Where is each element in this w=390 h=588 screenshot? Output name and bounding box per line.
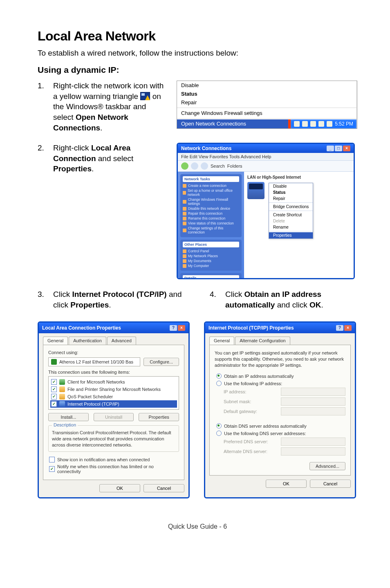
checkbox-icon[interactable]: ✔	[51, 386, 57, 392]
nc-title: Network Connections	[181, 146, 231, 151]
task-repair[interactable]: Repair this connection	[183, 211, 239, 215]
task-view-status[interactable]: View status of this connection	[183, 221, 239, 225]
radio-obtain-dns[interactable]: Obtain DNS server address automatically	[216, 423, 345, 429]
pref-dns-row: Preferred DNS server:	[224, 438, 345, 446]
intro-text: To establish a wired network, follow the…	[38, 49, 357, 58]
cancel-button[interactable]: Cancel	[143, 484, 184, 492]
nc-menubar[interactable]: File Edit View Favorites Tools Advanced …	[178, 153, 354, 160]
chk-notify[interactable]: ✔ Notify me when this connection has lim…	[48, 463, 179, 475]
protocol-icon	[59, 401, 65, 407]
place-my-computer[interactable]: My Computer	[183, 264, 239, 268]
task-firewall[interactable]: Change Windows Firewall settings	[183, 197, 239, 206]
tab-general[interactable]: General	[209, 337, 234, 345]
close-button[interactable]: ×	[343, 146, 350, 151]
radio-icon[interactable]	[216, 431, 222, 436]
cm-rename[interactable]: Rename	[269, 224, 313, 230]
tray-icon-2[interactable]	[302, 121, 308, 127]
tray-icon-1[interactable]	[294, 121, 300, 127]
ok-button[interactable]: OK	[99, 484, 140, 492]
help-button[interactable]: ?	[336, 325, 343, 331]
help-button[interactable]: ?	[170, 325, 177, 331]
service-icon	[59, 394, 65, 399]
adapter-field: Atheros L2 Fast Ethernet 10/100 Bas	[48, 357, 140, 366]
tab-alternate[interactable]: Alternate Configuration	[235, 337, 290, 345]
checkbox-icon[interactable]: ✔	[51, 394, 57, 399]
step3-num: 3.	[38, 289, 45, 310]
cm-disable[interactable]: Disable	[269, 183, 313, 189]
maximize-button[interactable]: □	[335, 146, 342, 151]
item-client-ms[interactable]: ✔ Client for Microsoft Networks	[50, 378, 177, 386]
side-other-places: Other Places	[183, 242, 239, 247]
tab-general[interactable]: General	[43, 337, 68, 345]
menu-open-network-connections[interactable]: Open Network Connections	[177, 119, 288, 128]
radio-obtain-ip[interactable]: Obtain an IP address automatically	[216, 373, 345, 379]
cm-status[interactable]: Status	[269, 189, 313, 195]
advanced-button[interactable]: Advanced...	[309, 462, 345, 470]
lacp-title: Local Area Connection Properties	[42, 325, 121, 331]
step4-num: 4.	[210, 289, 217, 310]
task-rename[interactable]: Rename this connection	[183, 216, 239, 220]
description-text: Transmission Control Protocol/Internet P…	[52, 430, 175, 448]
cm-shortcut[interactable]: Create Shortcut	[269, 212, 313, 218]
place-control-panel[interactable]: Control Panel	[183, 249, 239, 253]
network-connections-window: Network Connections _ □ × File Edit View…	[177, 143, 355, 279]
configure-button[interactable]: Configure...	[143, 358, 179, 366]
ok-button[interactable]: OK	[266, 480, 307, 488]
task-change-settings[interactable]: Change settings of this connection	[183, 226, 239, 234]
menu-firewall[interactable]: Change Windows Firewall settings	[177, 109, 356, 117]
tab-advanced[interactable]: Advanced	[107, 337, 136, 345]
local-area-connection-icon[interactable]	[247, 182, 264, 199]
close-button[interactable]: ×	[344, 325, 352, 331]
minimize-button[interactable]: _	[327, 146, 334, 151]
tray-icon-3[interactable]	[310, 121, 316, 127]
close-button[interactable]: ×	[178, 325, 185, 331]
toolbar-search[interactable]: Search	[211, 164, 225, 168]
subhead: Using a dynamic IP:	[38, 65, 357, 75]
tab-authentication[interactable]: Authentication	[69, 337, 106, 345]
radio-icon[interactable]	[216, 381, 222, 386]
gateway-field	[281, 407, 345, 415]
tray-icon-5[interactable]	[327, 121, 332, 127]
page-footer: Quick Use Guide - 6	[38, 523, 357, 530]
forward-button[interactable]	[191, 162, 198, 170]
cm-bridge[interactable]: Bridge Connections	[269, 204, 313, 210]
radio-icon[interactable]	[216, 423, 222, 429]
subnet-field	[281, 397, 345, 406]
task-create-conn[interactable]: Create a new connection	[183, 184, 239, 188]
item-qos[interactable]: ✔ QoS Packet Scheduler	[50, 393, 177, 400]
menu-status[interactable]: Status	[177, 90, 356, 98]
description-legend: Description	[52, 422, 78, 427]
ip-field	[281, 388, 345, 396]
items-listbox[interactable]: ✔ Client for Microsoft Networks ✔ File a…	[48, 376, 179, 410]
step2-num: 2.	[38, 143, 45, 174]
radio-use-dns[interactable]: Use the following DNS server addresses:	[216, 431, 345, 436]
chk-show-icon[interactable]: Show icon in notification area when conn…	[48, 456, 179, 463]
checkbox-icon[interactable]: ✔	[49, 466, 55, 472]
place-my-docs[interactable]: My Documents	[183, 259, 239, 263]
install-button[interactable]: Install...	[48, 413, 89, 421]
tcp-text: You can get IP settings assigned automat…	[215, 350, 345, 368]
cm-repair[interactable]: Repair	[269, 195, 313, 202]
task-disable[interactable]: Disable this network device	[183, 206, 239, 211]
menu-disable[interactable]: Disable	[177, 81, 356, 90]
lac-context-menu: Disable Status Repair Bridge Connections…	[269, 183, 313, 239]
item-file-printer[interactable]: ✔ File and Printer Sharing for Microsoft…	[50, 386, 177, 393]
toolbar-folders[interactable]: Folders	[227, 164, 242, 168]
alt-dns-field	[281, 447, 345, 456]
checkbox-icon[interactable]	[49, 457, 55, 462]
menu-repair[interactable]: Repair	[177, 98, 356, 107]
item-tcpip[interactable]: ✔ Internet Protocol (TCP/IP)	[50, 400, 177, 408]
task-setup-home[interactable]: Set up a home or small office network	[183, 189, 239, 197]
place-net-places[interactable]: My Network Places	[183, 254, 239, 258]
up-button[interactable]	[201, 162, 208, 170]
nc-toolbar: Search Folders	[178, 160, 354, 172]
cm-properties[interactable]: Properties	[269, 232, 313, 238]
back-button[interactable]	[181, 162, 188, 170]
cancel-button[interactable]: Cancel	[310, 480, 351, 488]
tray-icon-4[interactable]	[318, 121, 324, 127]
checkbox-icon[interactable]: ✔	[51, 401, 57, 407]
radio-icon[interactable]	[216, 373, 222, 379]
checkbox-icon[interactable]: ✔	[51, 379, 57, 385]
properties-button[interactable]: Properties	[139, 413, 179, 421]
radio-use-ip[interactable]: Use the following IP address:	[216, 381, 345, 386]
